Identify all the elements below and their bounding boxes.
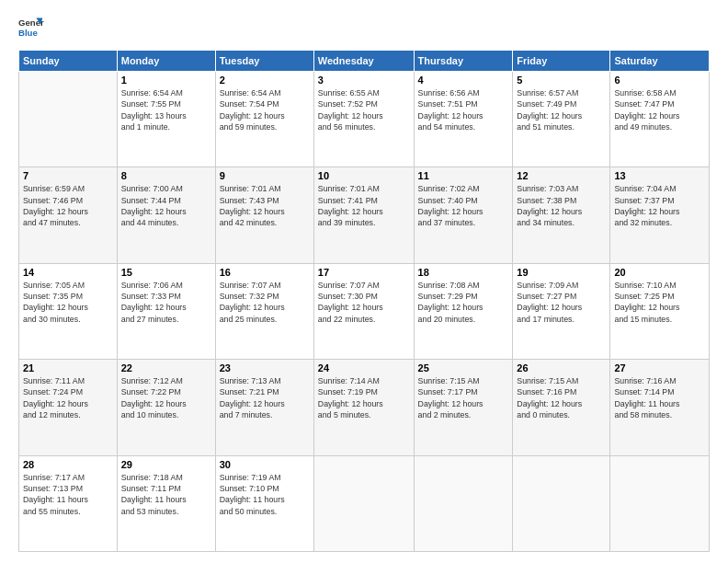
- day-number: 4: [418, 75, 509, 86]
- day-number: 11: [418, 170, 509, 181]
- day-cell: 23Sunrise: 7:13 AMSunset: 7:21 PMDayligh…: [215, 360, 313, 455]
- day-cell: 29Sunrise: 7:18 AMSunset: 7:11 PMDayligh…: [117, 455, 215, 551]
- day-info: Sunrise: 7:19 AMSunset: 7:10 PMDaylight:…: [220, 472, 310, 517]
- day-number: 14: [23, 267, 113, 278]
- day-info: Sunrise: 7:11 AMSunset: 7:24 PMDaylight:…: [23, 375, 113, 420]
- day-number: 21: [23, 362, 113, 373]
- day-cell: 20Sunrise: 7:10 AMSunset: 7:25 PMDayligh…: [610, 263, 710, 359]
- week-row-5: 28Sunrise: 7:17 AMSunset: 7:13 PMDayligh…: [19, 455, 710, 551]
- day-header-wednesday: Wednesday: [313, 51, 414, 72]
- day-info: Sunrise: 7:14 AMSunset: 7:19 PMDaylight:…: [318, 375, 410, 420]
- day-number: 24: [318, 362, 410, 373]
- day-number: 6: [614, 75, 705, 86]
- day-info: Sunrise: 7:07 AMSunset: 7:32 PMDaylight:…: [220, 280, 310, 325]
- week-row-3: 14Sunrise: 7:05 AMSunset: 7:35 PMDayligh…: [19, 263, 710, 359]
- day-info: Sunrise: 6:54 AMSunset: 7:54 PMDaylight:…: [220, 87, 310, 132]
- day-cell: 4Sunrise: 6:56 AMSunset: 7:51 PMDaylight…: [414, 72, 513, 167]
- day-cell: 22Sunrise: 7:12 AMSunset: 7:22 PMDayligh…: [117, 360, 215, 455]
- week-row-4: 21Sunrise: 7:11 AMSunset: 7:24 PMDayligh…: [19, 360, 710, 455]
- day-cell: 1Sunrise: 6:54 AMSunset: 7:55 PMDaylight…: [117, 72, 215, 167]
- day-cell: 24Sunrise: 7:14 AMSunset: 7:19 PMDayligh…: [313, 360, 414, 455]
- day-number: 23: [220, 362, 310, 373]
- day-info: Sunrise: 7:02 AMSunset: 7:40 PMDaylight:…: [418, 183, 509, 228]
- day-cell: 17Sunrise: 7:07 AMSunset: 7:30 PMDayligh…: [313, 263, 414, 359]
- day-header-sunday: Sunday: [19, 51, 118, 72]
- day-header-thursday: Thursday: [414, 51, 513, 72]
- day-cell: 19Sunrise: 7:09 AMSunset: 7:27 PMDayligh…: [513, 263, 610, 359]
- day-cell: 27Sunrise: 7:16 AMSunset: 7:14 PMDayligh…: [610, 360, 710, 455]
- day-number: 28: [23, 459, 113, 470]
- day-cell: [513, 455, 610, 551]
- day-info: Sunrise: 7:12 AMSunset: 7:22 PMDaylight:…: [121, 375, 211, 420]
- day-info: Sunrise: 6:57 AMSunset: 7:49 PMDaylight:…: [517, 87, 606, 132]
- day-number: 22: [121, 362, 211, 373]
- day-number: 5: [517, 75, 606, 86]
- header: General Blue: [18, 15, 710, 40]
- page: General Blue SundayMondayTuesdayWednesda…: [0, 0, 728, 563]
- day-cell: 13Sunrise: 7:04 AMSunset: 7:37 PMDayligh…: [610, 167, 710, 263]
- day-info: Sunrise: 7:08 AMSunset: 7:29 PMDaylight:…: [418, 280, 509, 325]
- day-info: Sunrise: 7:17 AMSunset: 7:13 PMDaylight:…: [23, 472, 113, 517]
- day-cell: 21Sunrise: 7:11 AMSunset: 7:24 PMDayligh…: [19, 360, 118, 455]
- day-cell: 6Sunrise: 6:58 AMSunset: 7:47 PMDaylight…: [610, 72, 710, 167]
- day-cell: [414, 455, 513, 551]
- day-header-tuesday: Tuesday: [215, 51, 313, 72]
- day-info: Sunrise: 7:01 AMSunset: 7:43 PMDaylight:…: [220, 183, 310, 228]
- day-cell: [313, 455, 414, 551]
- day-cell: 8Sunrise: 7:00 AMSunset: 7:44 PMDaylight…: [117, 167, 215, 263]
- day-cell: 30Sunrise: 7:19 AMSunset: 7:10 PMDayligh…: [215, 455, 313, 551]
- day-info: Sunrise: 7:00 AMSunset: 7:44 PMDaylight:…: [121, 183, 211, 228]
- day-cell: 15Sunrise: 7:06 AMSunset: 7:33 PMDayligh…: [117, 263, 215, 359]
- day-number: 16: [220, 267, 310, 278]
- day-info: Sunrise: 7:16 AMSunset: 7:14 PMDaylight:…: [614, 375, 705, 420]
- day-info: Sunrise: 7:07 AMSunset: 7:30 PMDaylight:…: [318, 280, 410, 325]
- day-number: 17: [318, 267, 410, 278]
- day-info: Sunrise: 6:54 AMSunset: 7:55 PMDaylight:…: [121, 87, 211, 132]
- day-info: Sunrise: 7:04 AMSunset: 7:37 PMDaylight:…: [614, 183, 705, 228]
- day-number: 25: [418, 362, 509, 373]
- day-number: 26: [517, 362, 606, 373]
- day-info: Sunrise: 7:18 AMSunset: 7:11 PMDaylight:…: [121, 472, 211, 517]
- day-info: Sunrise: 6:55 AMSunset: 7:52 PMDaylight:…: [318, 87, 410, 132]
- day-info: Sunrise: 7:03 AMSunset: 7:38 PMDaylight:…: [517, 183, 606, 228]
- day-info: Sunrise: 7:09 AMSunset: 7:27 PMDaylight:…: [517, 280, 606, 325]
- logo-icon: General Blue: [18, 15, 44, 40]
- day-number: 30: [220, 459, 310, 470]
- day-number: 20: [614, 267, 705, 278]
- day-cell: 7Sunrise: 6:59 AMSunset: 7:46 PMDaylight…: [19, 167, 118, 263]
- day-cell: 9Sunrise: 7:01 AMSunset: 7:43 PMDaylight…: [215, 167, 313, 263]
- day-number: 3: [318, 75, 410, 86]
- day-cell: 16Sunrise: 7:07 AMSunset: 7:32 PMDayligh…: [215, 263, 313, 359]
- day-number: 15: [121, 267, 211, 278]
- day-number: 1: [121, 75, 211, 86]
- day-number: 8: [121, 170, 211, 181]
- day-number: 27: [614, 362, 705, 373]
- day-info: Sunrise: 6:59 AMSunset: 7:46 PMDaylight:…: [23, 183, 113, 228]
- day-number: 19: [517, 267, 606, 278]
- days-header-row: SundayMondayTuesdayWednesdayThursdayFrid…: [19, 51, 710, 72]
- svg-text:Blue: Blue: [18, 28, 38, 38]
- day-cell: 5Sunrise: 6:57 AMSunset: 7:49 PMDaylight…: [513, 72, 610, 167]
- day-info: Sunrise: 7:15 AMSunset: 7:17 PMDaylight:…: [418, 375, 509, 420]
- day-info: Sunrise: 7:05 AMSunset: 7:35 PMDaylight:…: [23, 280, 113, 325]
- day-number: 18: [418, 267, 509, 278]
- day-cell: 11Sunrise: 7:02 AMSunset: 7:40 PMDayligh…: [414, 167, 513, 263]
- day-info: Sunrise: 6:58 AMSunset: 7:47 PMDaylight:…: [614, 87, 705, 132]
- day-info: Sunrise: 7:01 AMSunset: 7:41 PMDaylight:…: [318, 183, 410, 228]
- day-cell: 12Sunrise: 7:03 AMSunset: 7:38 PMDayligh…: [513, 167, 610, 263]
- day-cell: 18Sunrise: 7:08 AMSunset: 7:29 PMDayligh…: [414, 263, 513, 359]
- day-info: Sunrise: 7:06 AMSunset: 7:33 PMDaylight:…: [121, 280, 211, 325]
- day-number: 10: [318, 170, 410, 181]
- day-header-friday: Friday: [513, 51, 610, 72]
- day-cell: 2Sunrise: 6:54 AMSunset: 7:54 PMDaylight…: [215, 72, 313, 167]
- day-info: Sunrise: 7:15 AMSunset: 7:16 PMDaylight:…: [517, 375, 606, 420]
- day-cell: [610, 455, 710, 551]
- day-header-saturday: Saturday: [610, 51, 710, 72]
- day-cell: 25Sunrise: 7:15 AMSunset: 7:17 PMDayligh…: [414, 360, 513, 455]
- day-cell: 3Sunrise: 6:55 AMSunset: 7:52 PMDaylight…: [313, 72, 414, 167]
- day-cell: 10Sunrise: 7:01 AMSunset: 7:41 PMDayligh…: [313, 167, 414, 263]
- day-number: 2: [220, 75, 310, 86]
- day-info: Sunrise: 6:56 AMSunset: 7:51 PMDaylight:…: [418, 87, 509, 132]
- week-row-2: 7Sunrise: 6:59 AMSunset: 7:46 PMDaylight…: [19, 167, 710, 263]
- day-info: Sunrise: 7:10 AMSunset: 7:25 PMDaylight:…: [614, 280, 705, 325]
